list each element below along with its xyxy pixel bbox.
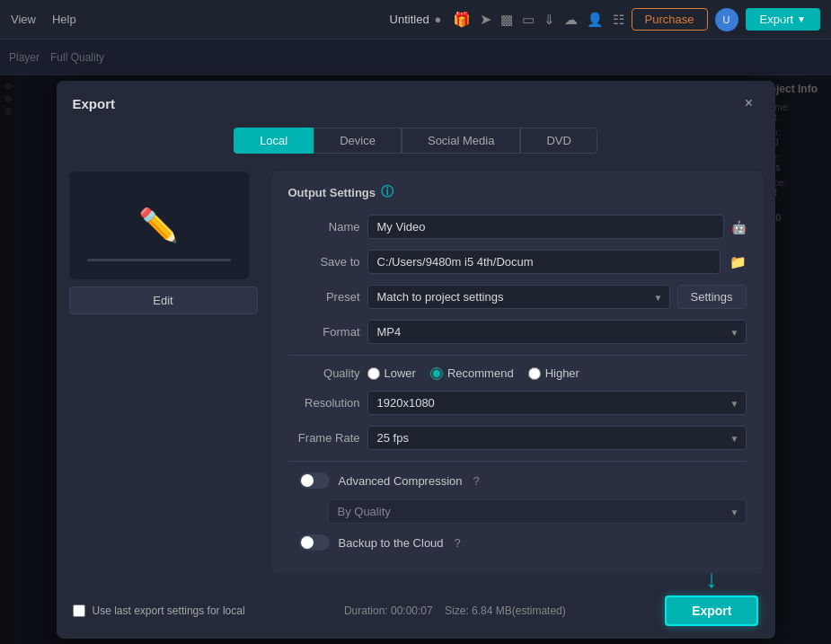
tab-social-media[interactable]: Social Media — [402, 128, 520, 154]
quality-recommend-label: Recommend — [447, 366, 514, 380]
menu-view[interactable]: View — [11, 13, 36, 26]
frame-rate-select-wrap: 25 fps ▼ — [367, 426, 747, 450]
export-dialog-button[interactable]: ↓ Export — [665, 595, 758, 626]
by-quality-select[interactable]: By Quality — [328, 499, 747, 524]
edit-button[interactable]: Edit — [69, 287, 258, 314]
quality-lower-radio[interactable] — [367, 367, 380, 380]
preview-box: ✏️ — [69, 172, 249, 279]
preview-panel: ✏️ Edit — [69, 172, 258, 574]
grid-icon[interactable]: ☷ — [613, 12, 624, 28]
dialog-tabs: Local Device Social Media DVD — [57, 122, 775, 163]
topbar-menu: View Help — [11, 13, 76, 26]
name-row: Name 🤖 — [288, 215, 747, 239]
quality-recommend-radio[interactable] — [430, 367, 443, 380]
menu-help[interactable]: Help — [52, 13, 76, 26]
quality-options: Lower Recommend Higher — [367, 366, 579, 380]
download-icon[interactable]: ⇓ — [544, 12, 555, 28]
caption-icon[interactable]: ▭ — [522, 12, 535, 28]
footer-left: Use last export settings for local — [73, 604, 245, 617]
quality-recommend-option[interactable]: Recommend — [430, 366, 514, 380]
format-label: Format — [288, 325, 360, 339]
backup-cloud-toggle[interactable] — [299, 534, 330, 551]
tab-local[interactable]: Local — [234, 128, 314, 154]
project-status-icon: ● — [435, 13, 442, 26]
tab-device[interactable]: Device — [314, 128, 402, 154]
quality-label: Quality — [288, 366, 360, 380]
preview-edit-icon: ✏️ — [138, 207, 179, 244]
frame-rate-select[interactable]: 25 fps — [367, 426, 747, 450]
save-to-row: Save to 📁 — [288, 250, 747, 274]
dialog-footer: Use last export settings for local Durat… — [57, 587, 775, 639]
topbar-right: 🎁 ➤ ▩ ▭ ⇓ ☁ 👤 ☷ Purchase U Export ▼ ↓ — [453, 8, 820, 31]
advanced-compression-row: Advanced Compression ? — [288, 472, 747, 489]
monitor-icon[interactable]: ▩ — [500, 12, 513, 28]
last-settings-label: Use last export settings for local — [93, 604, 245, 617]
preset-select[interactable]: Match to project settings — [367, 285, 670, 309]
save-to-label: Save to — [288, 255, 360, 269]
preset-select-wrap: Match to project settings ▼ — [367, 285, 670, 309]
export-dialog-label: Export — [692, 604, 731, 618]
quality-higher-radio[interactable] — [528, 367, 541, 380]
duration-label: Duration: 00:00:07 — [344, 604, 433, 617]
toolbar-icons: 🎁 ➤ ▩ ▭ ⇓ ☁ 👤 ☷ — [453, 11, 624, 28]
quality-higher-label: Higher — [545, 366, 579, 380]
resolution-select[interactable]: 1920x1080 — [367, 391, 747, 415]
by-quality-select-wrap: By Quality ▼ — [328, 499, 747, 524]
tab-dvd[interactable]: DVD — [520, 128, 597, 154]
dialog-close-button[interactable]: × — [739, 93, 759, 113]
export-dropdown-arrow: ▼ — [797, 14, 806, 24]
settings-button[interactable]: Settings — [677, 285, 747, 309]
output-settings-label: Output Settings — [288, 186, 376, 199]
frame-rate-row: Frame Rate 25 fps ▼ — [288, 426, 747, 450]
cloud-icon[interactable]: ☁ — [564, 12, 578, 28]
name-label: Name — [288, 220, 360, 234]
last-settings-checkbox[interactable] — [73, 604, 85, 617]
quality-row: Quality Lower Recommend — [288, 366, 747, 380]
dialog-title: Export — [73, 96, 116, 111]
export-dialog: Export × Local Device Social Media DVD ✏… — [57, 81, 775, 639]
backup-cloud-row: Backup to the Cloud ? — [288, 534, 747, 551]
save-to-input[interactable] — [367, 250, 720, 274]
preset-row: Preset Match to project settings ▼ Setti… — [288, 285, 747, 309]
quality-higher-option[interactable]: Higher — [528, 366, 579, 380]
dialog-titlebar: Export × — [57, 81, 775, 122]
gift-icon[interactable]: 🎁 — [453, 11, 471, 28]
resolution-select-wrap: 1920x1080 ▼ — [367, 391, 747, 415]
advanced-compression-label: Advanced Compression — [339, 474, 463, 488]
output-settings-header: Output Settings ⓘ — [288, 184, 747, 200]
quality-lower-label: Lower — [385, 366, 416, 380]
export-top-button[interactable]: Export ▼ ↓ — [746, 8, 820, 31]
advanced-compression-toggle[interactable] — [299, 472, 330, 489]
name-input[interactable] — [367, 215, 724, 239]
preset-label: Preset — [288, 290, 360, 304]
backup-cloud-label: Backup to the Cloud — [339, 536, 444, 550]
backup-cloud-help-icon[interactable]: ? — [455, 536, 461, 550]
format-select-wrap: MP4 ▼ — [367, 320, 747, 344]
export-arrow-indicator: ↓ — [778, 12, 788, 35]
export-arrow-down: ↓ — [705, 565, 718, 594]
send-icon[interactable]: ➤ — [480, 11, 491, 28]
dialog-body: ✏️ Edit Output Settings ⓘ Name � — [57, 163, 775, 587]
main-area: Project Info t Name: Untit ution: 1920 R… — [0, 75, 831, 644]
settings-panel: Output Settings ⓘ Name 🤖 Save to 📁 — [272, 172, 763, 574]
quality-indicator: Full Quality — [50, 51, 104, 64]
output-settings-info-icon[interactable]: ⓘ — [381, 184, 393, 200]
format-row: Format MP4 ▼ — [288, 320, 747, 344]
footer-right: ↓ Export — [665, 595, 758, 626]
export-top-label: Export — [760, 13, 794, 26]
frame-rate-label: Frame Rate — [288, 431, 360, 445]
user-avatar[interactable]: U — [715, 8, 738, 31]
quality-lower-option[interactable]: Lower — [367, 366, 416, 380]
project-name: Untitled — [390, 13, 429, 26]
secondbar: Player Full Quality — [0, 40, 831, 75]
preview-line — [87, 259, 231, 261]
player-label: Player — [9, 51, 40, 64]
resolution-label: Resolution — [288, 396, 360, 410]
advanced-compression-help-icon[interactable]: ? — [473, 474, 480, 488]
dialog-overlay: Export × Local Device Social Media DVD ✏… — [0, 75, 831, 644]
format-select[interactable]: MP4 — [367, 320, 747, 344]
person-icon[interactable]: 👤 — [587, 12, 604, 28]
ai-icon[interactable]: 🤖 — [731, 220, 747, 234]
purchase-button[interactable]: Purchase — [632, 8, 708, 31]
folder-icon[interactable]: 📁 — [729, 254, 747, 270]
